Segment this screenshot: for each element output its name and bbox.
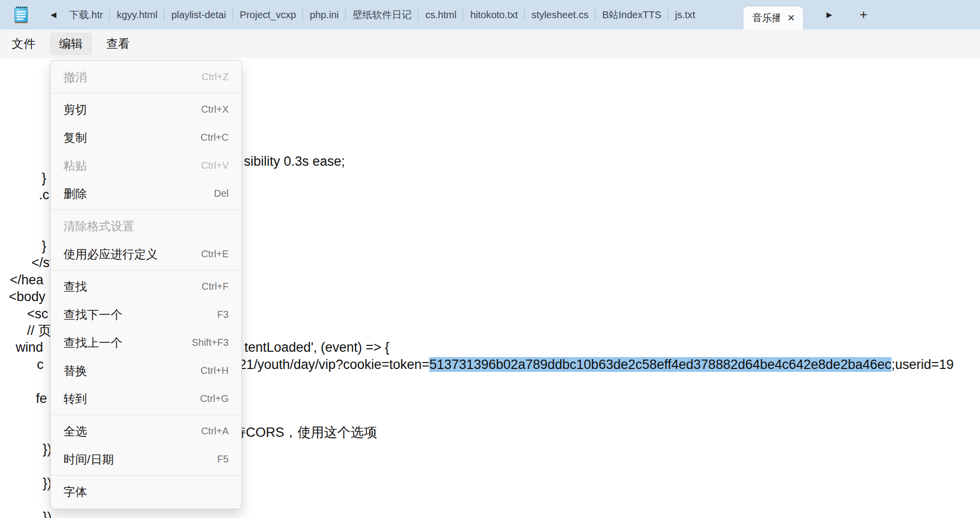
menu-item-label: 转到 [63,391,87,407]
menu-item[interactable]: 查找下一个 F3 [51,301,241,329]
menu-item[interactable]: 使用必应进行定义 Ctrl+E [51,240,241,268]
menu-item-shortcut: Ctrl+E [201,248,229,260]
code-fragment: <body [9,288,45,305]
menu-item-shortcut: Shift+F3 [192,337,229,348]
code-fragment: // 页 [27,322,52,339]
tab-item[interactable]: js.txt [668,0,702,30]
code-fragment: tentLoaded', (event) => { [244,339,389,356]
tab-item[interactable]: hitokoto.txt [463,0,525,30]
menu-item-label: 粘贴 [63,158,87,174]
menu-bar: 文件 编辑 查看 [0,30,980,58]
code-fragment: <sc [27,305,48,322]
edit-menu-dropdown: 撤消 Ctrl+Z 剪切 Ctrl+X 复制 Ctrl+C 粘贴 Ctrl+V … [50,60,242,509]
selected-token-text: 513731396b02a789ddbc10b63de2c58eff4ed378… [429,357,891,372]
code-line-with-selection: 21/youth/day/vip?cookie=token=513731396b… [239,356,954,373]
menu-item[interactable]: 查找上一个 Shift+F3 [51,329,241,357]
menu-separator [51,475,241,476]
menu-item-label: 撤消 [63,69,87,85]
menu-item[interactable]: 替换 Ctrl+H [51,357,241,385]
menu-item-shortcut: F5 [217,454,229,465]
chevron-left-icon: ◀ [51,10,57,19]
tab-strip: 下载.htrkgyy.htmlplaylist-detaiProject_vcx… [62,0,702,30]
new-tab-button[interactable]: + [860,8,867,22]
menu-item[interactable]: 删除 Del [51,180,241,208]
code-line-prefix: 21/youth/day/vip?cookie=token= [239,357,429,372]
menu-item-label: 查找下一个 [63,307,122,323]
menu-item-label: 剪切 [63,102,87,118]
menu-item[interactable]: 剪切 Ctrl+X [51,95,241,123]
menu-item-label: 全选 [63,424,87,439]
menu-item[interactable]: 全选 Ctrl+A [51,417,241,445]
code-fragment: c [37,356,44,373]
menu-item-label: 复制 [63,130,87,146]
menu-item[interactable]: 清除格式设置 [51,212,241,240]
menubar-item-file[interactable]: 文件 [2,32,45,55]
tab-scroll-left-button[interactable]: ◀ [51,10,57,19]
code-fragment: .c [39,186,49,203]
notepad-icon [13,5,29,25]
chevron-right-icon: ▶ [827,10,832,19]
plus-icon: + [860,7,867,22]
menu-item-shortcut: Ctrl+C [201,132,229,143]
code-fragment: fe [36,390,47,407]
menu-item[interactable]: 复制 Ctrl+C [51,123,241,152]
menu-item-shortcut: Del [214,188,229,199]
menu-item-label: 查找上一个 [63,335,122,351]
menu-item-label: 使用必应进行定义 [63,246,158,262]
menu-item-label: 时间/日期 [63,452,114,467]
tab-item[interactable]: kgyy.html [110,0,164,30]
tab-item-active[interactable]: 音乐播 ✕ [743,6,803,30]
menu-separator [51,415,241,415]
menu-item[interactable]: 转到 Ctrl+G [51,385,241,413]
code-fragment: sibility 0.3s ease; [244,153,345,170]
tab-item[interactable]: 壁纸软件日记 [346,0,418,30]
menu-item-label: 替换 [63,363,87,379]
tab-scroll-right-button[interactable]: ▶ [827,10,832,19]
menu-separator [51,93,241,93]
menu-item-label: 清除格式设置 [63,218,134,234]
tab-item[interactable]: cs.html [418,0,463,30]
menu-item-shortcut: Ctrl+X [201,104,229,115]
code-fragment: 持CORS，使用这个选项 [233,424,377,441]
close-icon[interactable]: ✕ [787,13,795,23]
tab-item[interactable]: 下载.htr [62,0,110,30]
menu-item-shortcut: Ctrl+G [200,393,229,404]
menu-item-label: 字体 [63,484,87,500]
menu-item-shortcut: Ctrl+F [202,281,229,292]
code-fragment: } [42,170,46,186]
tab-item[interactable]: stylesheet.cs [525,0,595,30]
menu-item[interactable]: 粘贴 Ctrl+V [51,152,241,180]
tab-item[interactable]: Project_vcxp [233,0,303,30]
menu-item-shortcut: Ctrl+A [201,426,229,437]
code-fragment: wind [16,339,43,356]
tab-bar: ◀ 下载.htrkgyy.htmlplaylist-detaiProject_v… [0,0,980,30]
menu-item[interactable]: 字体 [51,478,241,506]
menu-item[interactable]: 查找 Ctrl+F [51,273,241,301]
menu-item-label: 删除 [63,186,87,202]
menu-item[interactable]: 撤消 Ctrl+Z [51,63,241,91]
menu-separator [51,270,241,271]
menu-item-shortcut: F3 [217,309,229,320]
menu-item-shortcut: Ctrl+V [201,160,229,171]
menubar-item-view[interactable]: 查看 [97,32,139,55]
menu-item-label: 查找 [63,279,87,295]
menu-separator [51,210,241,210]
code-fragment: </hea [10,272,43,288]
active-tab-label: 音乐播 [752,11,780,25]
code-line-suffix: ;userid=19 [891,357,954,372]
tab-item[interactable]: php.ini [303,0,346,30]
menubar-item-edit[interactable]: 编辑 [50,32,92,55]
tab-item[interactable]: playlist-detai [164,0,233,30]
code-fragment: }) [43,509,52,518]
menu-item-shortcut: Ctrl+Z [202,71,229,83]
menu-item[interactable]: 时间/日期 F5 [51,445,241,473]
code-fragment: } [42,238,46,254]
tab-item[interactable]: B站IndexTTS [595,0,668,30]
menu-item-shortcut: Ctrl+H [201,365,229,376]
